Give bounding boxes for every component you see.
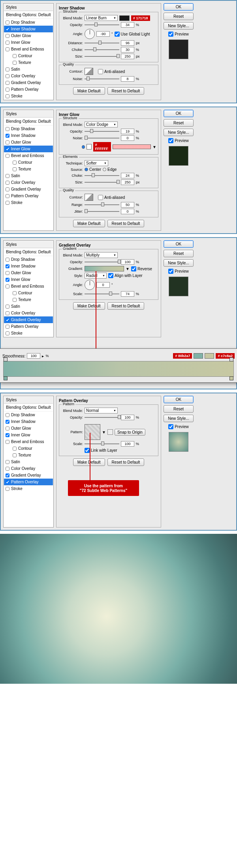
checkbox[interactable]: [6, 41, 9, 45]
snap-origin-button[interactable]: Snap to Origin: [115, 429, 145, 436]
blend-mode-select[interactable]: Color Dodge▼: [85, 122, 118, 127]
effect-outer-glow[interactable]: Outer Glow: [4, 139, 53, 146]
ok-button[interactable]: OK: [164, 110, 194, 117]
reset-default-button[interactable]: Reset to Default: [107, 458, 145, 466]
effect-drop-shadow[interactable]: Drop Shadow: [4, 256, 53, 263]
checkbox[interactable]: [6, 47, 9, 51]
effect-bevel[interactable]: Bevel and Emboss: [4, 438, 53, 445]
checkbox[interactable]: [6, 88, 9, 92]
source-center[interactable]: Center: [85, 167, 101, 172]
scale-value[interactable]: 100: [121, 441, 134, 447]
effect-drop-shadow[interactable]: Drop Shadow: [4, 125, 53, 132]
new-style-button[interactable]: New Style...: [164, 259, 194, 267]
opacity-value[interactable]: 100: [121, 259, 134, 265]
angle-value[interactable]: -90: [96, 31, 110, 37]
chevron-down-icon[interactable]: ▼: [126, 267, 130, 271]
opacity-stop[interactable]: [4, 357, 8, 361]
opacity-slider[interactable]: [85, 260, 119, 264]
effect-pattern-overlay[interactable]: Pattern Overlay: [4, 323, 53, 330]
effect-outer-glow[interactable]: Outer Glow: [4, 269, 53, 276]
preview-toggle[interactable]: Preview: [164, 138, 194, 143]
reverse-toggle[interactable]: Reverse: [131, 266, 152, 271]
choke-slider[interactable]: [85, 173, 119, 178]
distance-slider[interactable]: [85, 41, 119, 45]
effect-texture[interactable]: Texture: [4, 59, 53, 66]
noise-slider[interactable]: [85, 77, 119, 81]
pattern-picker[interactable]: [85, 424, 100, 440]
effect-contour[interactable]: Contour: [4, 290, 53, 296]
effect-stroke[interactable]: Stroke: [4, 199, 53, 206]
scale-slider[interactable]: [85, 292, 119, 296]
opacity-slider[interactable]: [85, 129, 119, 134]
technique-select[interactable]: Softer▼: [85, 160, 108, 166]
new-preset-icon[interactable]: [107, 429, 113, 435]
checkbox[interactable]: [6, 21, 9, 24]
blend-mode-select[interactable]: Multiply▼: [85, 252, 118, 258]
effect-bevel[interactable]: Bevel and Emboss: [4, 283, 53, 290]
distance-value[interactable]: 96: [121, 40, 134, 46]
effect-satin[interactable]: Satin: [4, 303, 53, 310]
blend-mode-select[interactable]: Normal▼: [85, 408, 118, 413]
effect-gradient-overlay[interactable]: Gradient Overlay: [4, 79, 53, 86]
effect-color-overlay[interactable]: Color Overlay: [4, 179, 53, 186]
ok-button[interactable]: OK: [164, 240, 194, 248]
opacity-slider[interactable]: [85, 415, 119, 420]
preview-toggle[interactable]: Preview: [164, 424, 194, 429]
ok-button[interactable]: OK: [164, 3, 194, 11]
chevron-down-icon[interactable]: ▸: [42, 354, 44, 358]
align-layer-toggle[interactable]: Align with Layer: [108, 273, 143, 278]
contour-picker[interactable]: [85, 68, 93, 75]
effect-contour[interactable]: Contour: [4, 159, 53, 166]
effect-pattern-overlay[interactable]: Pattern Overlay: [4, 479, 53, 485]
effect-inner-glow[interactable]: Inner Glow: [4, 39, 53, 46]
effect-pattern-overlay[interactable]: Pattern Overlay: [4, 193, 53, 199]
effect-pattern-overlay[interactable]: Pattern Overlay: [4, 86, 53, 93]
color-stop[interactable]: [4, 376, 8, 380]
checkbox[interactable]: [6, 81, 9, 85]
make-default-button[interactable]: Make Default: [73, 87, 105, 95]
effect-drop-shadow[interactable]: Drop Shadow: [4, 19, 53, 26]
effect-stroke[interactable]: Stroke: [4, 485, 53, 492]
checkbox[interactable]: [6, 27, 9, 31]
effect-texture[interactable]: Texture: [4, 452, 53, 458]
checkbox[interactable]: [13, 54, 17, 58]
opacity-value[interactable]: 19: [121, 129, 134, 134]
solid-color-radio[interactable]: [82, 145, 85, 149]
effect-color-overlay[interactable]: Color Overlay: [4, 465, 53, 472]
reset-default-button[interactable]: Reset to Default: [107, 220, 145, 227]
use-global-light[interactable]: Use Global Light: [115, 32, 150, 37]
effect-color-overlay[interactable]: Color Overlay: [4, 310, 53, 316]
range-slider[interactable]: [85, 202, 119, 207]
choke-slider[interactable]: [85, 47, 119, 52]
effect-outer-glow[interactable]: Outer Glow: [4, 32, 53, 39]
effect-inner-glow[interactable]: Inner Glow: [4, 276, 53, 283]
effect-texture[interactable]: Texture: [4, 296, 53, 303]
effect-inner-shadow[interactable]: Inner Shadow: [4, 418, 53, 425]
opacity-value[interactable]: 34: [121, 22, 134, 28]
effect-bevel[interactable]: Bevel and Emboss: [4, 152, 53, 159]
effect-inner-glow[interactable]: Inner Glow: [4, 146, 53, 152]
new-style-button[interactable]: New Style...: [164, 22, 194, 30]
effect-texture[interactable]: Texture: [4, 166, 53, 172]
make-default-button[interactable]: Make Default: [73, 220, 105, 227]
blending-options[interactable]: Blending Options: Default: [4, 118, 53, 125]
new-style-button[interactable]: New Style...: [164, 415, 194, 422]
opacity-value[interactable]: 100: [121, 415, 134, 420]
size-slider[interactable]: [85, 180, 119, 185]
reset-default-button[interactable]: Reset to Default: [107, 87, 145, 95]
jitter-value[interactable]: 0: [121, 209, 134, 214]
reset-button[interactable]: Reset: [164, 119, 194, 127]
opacity-stop[interactable]: [229, 357, 233, 361]
scale-value[interactable]: 74: [121, 291, 134, 297]
effect-satin[interactable]: Satin: [4, 458, 53, 465]
anti-aliased[interactable]: Anti-aliased: [98, 195, 125, 200]
effect-gradient-overlay[interactable]: Gradient Overlay: [4, 186, 53, 193]
color-swatch[interactable]: [119, 15, 130, 21]
chevron-down-icon[interactable]: ▼: [102, 430, 106, 434]
noise-slider[interactable]: [85, 136, 119, 140]
reset-button[interactable]: Reset: [164, 405, 194, 413]
effect-inner-shadow[interactable]: Inner Shadow: [4, 263, 53, 269]
chevron-down-icon[interactable]: ▼: [152, 145, 156, 149]
effect-bevel[interactable]: Bevel and Emboss: [4, 46, 53, 52]
effect-satin[interactable]: Satin: [4, 66, 53, 73]
